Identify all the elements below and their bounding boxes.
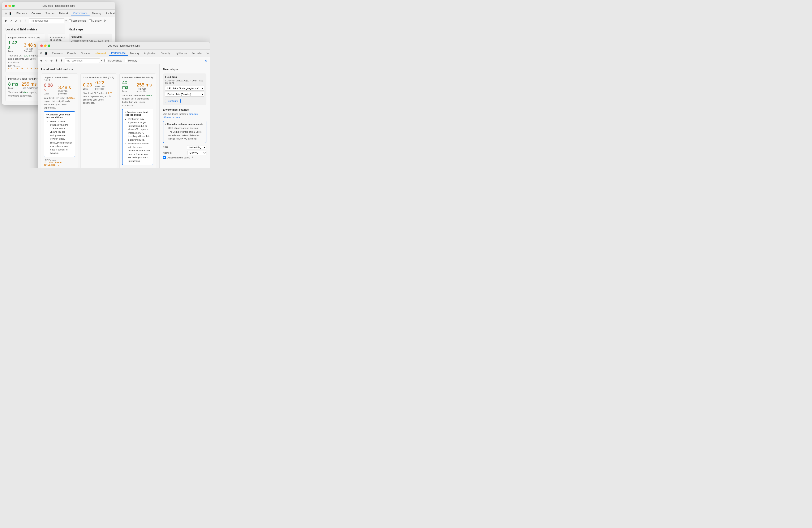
next-steps-title-2: Next steps bbox=[163, 68, 206, 71]
lcp-local-group-1: 1.42 s Local bbox=[8, 41, 20, 53]
disable-cache-checkbox-2[interactable] bbox=[163, 156, 166, 159]
inp-consider-title-2: ▾ Consider your local test conditions bbox=[125, 111, 151, 116]
lcp-element-2: LCP Element h1.tile__header--title.mai..… bbox=[44, 159, 75, 166]
record-btn-2[interactable]: ⏺ bbox=[40, 59, 43, 62]
cls-field-value-2: 0.22 bbox=[95, 80, 114, 85]
network-select-2[interactable]: No throttling Slow 4G 3G bbox=[188, 151, 206, 155]
configure-btn-2[interactable]: Configure bbox=[165, 99, 180, 103]
cls-local-group-2: 0.23 Local bbox=[83, 83, 92, 90]
recording-input-2[interactable] bbox=[64, 58, 100, 63]
cpu-label-2: CPU: bbox=[163, 146, 169, 148]
tab-lighthouse-2[interactable]: Lighthouse bbox=[172, 51, 189, 56]
tab-memory-1[interactable]: Memory bbox=[90, 11, 103, 16]
recording-dropdown-2[interactable]: ▾ bbox=[101, 59, 102, 62]
perf-settings-btn-2[interactable]: ⚙ bbox=[204, 59, 208, 62]
recording-input-1[interactable] bbox=[29, 18, 64, 23]
tab-security-2[interactable]: Security bbox=[159, 51, 172, 56]
minimize-button[interactable] bbox=[9, 5, 11, 7]
download-btn-2[interactable]: ⬇ bbox=[60, 59, 63, 62]
checkbox-group-1: Screenshots Memory bbox=[69, 19, 102, 22]
tab-performance-2[interactable]: Performance bbox=[109, 51, 128, 56]
device-icon-2[interactable]: 📱 bbox=[44, 52, 48, 55]
window2-aside: Next steps Field data Collection period:… bbox=[159, 64, 210, 168]
maximize-button-2[interactable] bbox=[48, 44, 50, 47]
record-btn-1[interactable]: ⏺ bbox=[4, 19, 8, 23]
tab-console-2[interactable]: Console bbox=[65, 51, 78, 56]
traffic-lights-2 bbox=[40, 44, 50, 47]
title-bar-2: DevTools - fonts.google.com/ bbox=[38, 42, 210, 49]
recording-bar-2: ⏺ ↺ ⊘ ⬆ ⬇ ▾ Screenshots Memory ⚙ bbox=[38, 57, 210, 64]
lcp-local-label-1: Local bbox=[8, 50, 20, 53]
inspect-icon[interactable]: ⊡ bbox=[4, 12, 8, 15]
tab-more-2[interactable]: >> bbox=[204, 51, 210, 56]
close-button[interactable] bbox=[5, 5, 7, 7]
tab-network-1[interactable]: Network bbox=[57, 11, 71, 16]
inp-consider-list-2: Real users may experience longer interac… bbox=[125, 117, 151, 163]
clear-btn-1[interactable]: ⊘ bbox=[14, 19, 18, 23]
tab-recorder-2[interactable]: Recorder bbox=[189, 51, 204, 56]
recording-dropdown-1[interactable]: ▾ bbox=[66, 19, 67, 22]
consider-real-item-1: 83% of users are on desktop. bbox=[169, 126, 204, 130]
inp-consider-box-2: ▾ Consider your local test conditions Re… bbox=[122, 109, 153, 166]
inp-consider-item-2: How a user interacts with the page influ… bbox=[128, 142, 151, 163]
cls-card-2: Cumulative Layout Shift (CLS) 0.23 Local… bbox=[80, 73, 117, 168]
lcp-local-value-2: 6.88 s bbox=[44, 83, 55, 92]
tab-application-2[interactable]: Application bbox=[142, 51, 158, 56]
disable-cache-row-2: Disable network cache ? bbox=[163, 156, 206, 159]
device-select-2[interactable]: Device: Auto (Desktop) bbox=[165, 92, 204, 97]
next-steps-title-1: Next steps bbox=[69, 28, 112, 31]
simulate-link[interactable]: simulate different devices bbox=[163, 113, 198, 118]
cls-title-1: Cumulative Layout Shift (CLS) bbox=[50, 36, 65, 41]
lcp-field-group-2: 3.48 s Field 75th percentile bbox=[58, 85, 75, 95]
upload-btn-2[interactable]: ⬆ bbox=[55, 59, 58, 62]
tab-sources-1[interactable]: Sources bbox=[43, 11, 57, 16]
reload-btn-1[interactable]: ↺ bbox=[9, 19, 13, 23]
close-button-2[interactable] bbox=[40, 44, 43, 47]
tab-sources-2[interactable]: Sources bbox=[79, 51, 92, 56]
upload-btn-1[interactable]: ⬆ bbox=[19, 19, 23, 23]
download-btn-1[interactable]: ⬇ bbox=[24, 19, 28, 23]
screenshots-checkbox-2[interactable]: Screenshots bbox=[104, 59, 122, 62]
screenshots-checkbox-1[interactable]: Screenshots bbox=[69, 19, 86, 22]
window2-layout: Local and field metrics Largest Contentf… bbox=[38, 64, 210, 168]
maximize-button[interactable] bbox=[12, 5, 15, 7]
memory-checkbox-1[interactable]: Memory bbox=[89, 19, 102, 22]
lcp-element-link-2[interactable]: h1.tile__header--title.mai... bbox=[44, 161, 65, 166]
tab-performance-1[interactable]: Performance bbox=[71, 11, 90, 16]
minimize-button-2[interactable] bbox=[44, 44, 46, 47]
lcp-values-2: 6.88 s Local 3.48 s Field 75th percentil… bbox=[44, 83, 75, 95]
env-settings-2: Environment settings Use the device tool… bbox=[163, 108, 206, 159]
memory-checkbox-2[interactable]: Memory bbox=[125, 59, 137, 62]
device-icon[interactable]: 📱 bbox=[9, 12, 12, 15]
inp-field-value-2: 255 ms bbox=[136, 83, 153, 87]
traffic-lights-1 bbox=[5, 5, 15, 7]
tab-elements-2[interactable]: Elements bbox=[50, 51, 64, 56]
inp-field-group-2: 255 ms Field 75th percentile bbox=[136, 83, 153, 92]
tab-console-1[interactable]: Console bbox=[29, 11, 43, 16]
tab-application-1[interactable]: Application bbox=[104, 11, 115, 16]
lcp-desc-1: Your local LCP 1.42 s is good, and is si… bbox=[8, 54, 42, 64]
tab-network-2[interactable]: ⚠Network bbox=[93, 51, 108, 56]
lcp-title-1: Largest Contentful Paint (LCP) bbox=[8, 36, 42, 39]
cpu-row-2: CPU: No throttling 4x slowdown 6x slowdo… bbox=[163, 145, 206, 149]
inspect-icon-2[interactable]: ⊡ bbox=[40, 52, 43, 55]
tab-memory-2[interactable]: Memory bbox=[128, 51, 141, 56]
network-row-2: Network: No throttling Slow 4G 3G bbox=[163, 151, 206, 155]
local-field-metrics-title-1: Local and field metrics bbox=[5, 28, 62, 31]
reload-btn-2[interactable]: ↺ bbox=[44, 59, 48, 62]
settings-rec-btn-1[interactable]: ⚙ bbox=[103, 19, 106, 23]
cpu-select-2[interactable]: No throttling 4x slowdown 6x slowdown bbox=[187, 145, 206, 149]
inp-local-label-1: Local bbox=[8, 87, 18, 89]
network-warning-icon: ⚠ bbox=[95, 52, 97, 55]
cls-title-2: Cumulative Layout Shift (CLS) bbox=[83, 76, 114, 79]
url-select-2[interactable]: URL: https://fonts.google.com/ bbox=[165, 86, 204, 91]
disable-cache-help-icon[interactable]: ? bbox=[191, 156, 193, 159]
cls-local-label-2: Local bbox=[83, 88, 92, 90]
field-data-section-2: Field data Collection period: Aug 27, 20… bbox=[163, 73, 206, 105]
clear-btn-2[interactable]: ⊘ bbox=[49, 59, 53, 62]
lcp-consider-list-2: Screen size can influence what the LCP e… bbox=[46, 120, 73, 155]
cls-field-group-2: 0.22 Field 75th percentile bbox=[95, 80, 114, 90]
lcp-local-group-2: 6.88 s Local bbox=[44, 83, 55, 95]
tab-elements-1[interactable]: Elements bbox=[14, 11, 29, 16]
lcp-element-link-1[interactable]: div.tile__text.tile__edu... bbox=[8, 67, 42, 70]
